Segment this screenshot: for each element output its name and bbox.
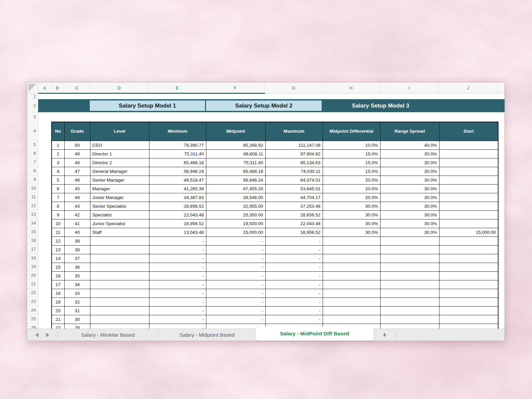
cell-level[interactable] [90,315,149,324]
cell-minimum[interactable]: 34,387.83 [149,193,206,202]
column-header-A[interactable]: A [38,82,51,93]
header-maximum[interactable]: Maximum [265,122,323,141]
add-sheet-button[interactable]: + [374,329,396,341]
cell-midpoint[interactable]: 15,000.00 [206,228,265,237]
cell-midpoint-differential[interactable]: 30.0% [323,219,380,228]
cell-start[interactable] [439,210,498,219]
cell-grade[interactable]: 30 [64,315,90,324]
cell-maximum[interactable]: - [265,289,323,297]
cell-minimum[interactable]: - [149,271,206,280]
cell-no[interactable]: 12 [52,237,64,245]
cell-maximum[interactable]: 97,904.82 [265,149,323,158]
cell-start[interactable] [439,202,498,210]
row-header-10[interactable]: 10 [27,184,38,193]
cell-grade[interactable]: 40 [64,228,90,237]
cell-minimum[interactable]: - [149,245,206,254]
cell-midpoint-differential[interactable] [323,237,380,245]
cell-start[interactable] [439,158,498,167]
cell-maximum[interactable]: 85,134.63 [265,158,323,167]
column-header-F[interactable]: F [206,82,265,93]
cell-maximum[interactable]: - [265,237,323,245]
cell-range-spread[interactable]: 30.0% [380,167,439,176]
cell-maximum[interactable]: - [265,280,323,289]
row-header-6[interactable]: 6 [27,149,38,158]
cell-level[interactable]: Director 2 [90,158,149,167]
cell-maximum[interactable]: 53,645.01 [265,184,323,193]
cell-start[interactable] [439,141,498,149]
cell-level[interactable] [90,297,149,306]
cell-start[interactable] [439,297,498,306]
cell-midpoint[interactable]: 39,546.00 [206,193,265,202]
row-header-7[interactable]: 7 [27,158,38,167]
model3-banner-cell[interactable]: Salary Setup Model 3 [322,99,439,112]
cell-grade[interactable]: 33 [64,289,90,297]
cell-midpoint-differential[interactable]: 30.0% [323,210,380,219]
cell-maximum[interactable]: - [265,254,323,263]
header-range-spread[interactable]: Range Spread [380,122,439,141]
cell-no[interactable]: 17 [52,280,64,289]
cell-maximum[interactable]: 44,704.17 [265,193,323,202]
cell-range-spread[interactable] [380,263,439,271]
cell-level[interactable] [90,237,149,245]
cell-midpoint[interactable]: - [206,245,265,254]
sheet-tab-midpoint-diff-based-active[interactable]: Salary - MidPoint Diff Based [256,327,374,341]
cell-maximum[interactable]: 37,253.48 [265,202,323,210]
sheet-tab-midpoint-based[interactable]: Salary - Midpoint Based [158,329,256,341]
cell-midpoint-differential[interactable] [323,263,380,271]
cell-midpoint[interactable]: 32,955.00 [206,202,265,210]
next-sheet-arrow-icon[interactable] [46,333,49,337]
row-header-13[interactable]: 13 [27,210,38,219]
cell-level[interactable]: Junior Manager [90,193,149,202]
cell-start[interactable] [439,263,498,271]
cell-minimum[interactable]: 28,656.52 [149,202,206,210]
cell-range-spread[interactable] [380,280,439,289]
cell-no[interactable]: 13 [52,245,64,254]
cell-maximum[interactable]: 74,030.11 [265,167,323,176]
row-header-16[interactable]: 16 [27,236,38,245]
cell-minimum[interactable]: 56,946.24 [149,167,206,176]
cell-minimum[interactable]: 22,043.48 [149,210,206,219]
cell-no[interactable]: 5 [52,176,64,184]
row-header-23[interactable]: 23 [27,297,38,306]
cell-range-spread[interactable]: 30.0% [380,149,439,158]
header-midpoint-differential[interactable]: Midpoint Differential [323,122,380,141]
cell-start[interactable] [439,245,498,254]
cell-no[interactable]: 14 [52,254,64,263]
cell-no[interactable]: 20 [52,306,64,315]
row-header-18[interactable]: 18 [27,254,38,262]
cell-level[interactable]: CEO [90,141,149,149]
cell-range-spread[interactable] [380,245,439,254]
cell-no[interactable]: 19 [52,297,64,306]
cell-grade[interactable]: 38 [64,245,90,254]
row-header-14[interactable]: 14 [27,219,38,227]
cell-start[interactable]: 15,000.00 [439,228,498,237]
cell-grade[interactable]: 31 [64,306,90,315]
cell-level[interactable] [90,306,149,315]
cell-minimum[interactable]: - [149,306,206,315]
cell-minimum[interactable]: - [149,237,206,245]
cell-maximum[interactable]: - [265,263,323,271]
cell-midpoint-differential[interactable] [323,280,380,289]
cell-maximum[interactable]: 16,956.52 [265,228,323,237]
cell-minimum[interactable]: - [149,289,206,297]
cell-maximum[interactable]: - [265,306,323,315]
prev-sheet-arrow-icon[interactable] [35,333,39,337]
cell-grade[interactable]: 37 [64,254,90,263]
cell-grade[interactable]: 35 [64,271,90,280]
row-header-19[interactable]: 19 [27,262,38,271]
cell-midpoint[interactable]: - [206,315,265,324]
cell-midpoint-differential[interactable]: 20.0% [323,184,380,193]
cell-midpoint[interactable]: - [206,306,265,315]
cell-maximum[interactable]: 28,656.52 [265,210,323,219]
cell-start[interactable] [439,193,498,202]
cell-grade[interactable]: 39 [64,237,90,245]
cell-minimum[interactable]: - [149,315,206,324]
cell-range-spread[interactable] [380,297,439,306]
cell-maximum[interactable]: - [265,271,323,280]
column-header-D[interactable]: D [90,82,149,93]
row-header-1[interactable]: 1 [27,93,38,99]
cell-maximum[interactable]: - [265,245,323,254]
column-header-B[interactable]: B [51,82,64,93]
cell-grade[interactable]: 49 [64,149,90,158]
cell-grade[interactable]: 48 [64,158,90,167]
